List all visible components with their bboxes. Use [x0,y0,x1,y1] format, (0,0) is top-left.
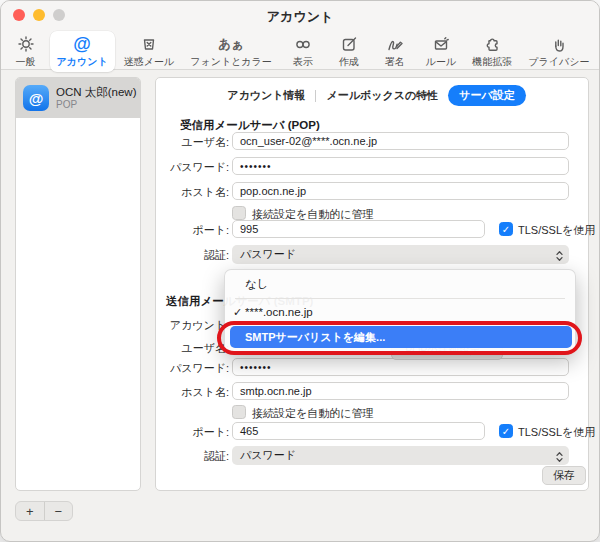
checkmark-icon: ✓ [233,301,242,323]
outgoing-auto-manage-checkbox[interactable] [232,405,246,419]
incoming-port-field[interactable]: 995 [232,220,485,238]
incoming-host-field[interactable]: pop.ocn.ne.jp [232,182,569,200]
outgoing-password-field[interactable]: ••••••• [232,358,569,376]
outgoing-port-field[interactable]: 465 [232,422,485,440]
incoming-auth-select[interactable]: パスワード [232,245,569,264]
tab-bar: アカウント情報 メールボックスの特性 サーバ設定 [156,85,588,106]
toolbar-item-signatures[interactable]: 署名 [373,31,417,72]
menu-separator [235,298,565,299]
toolbar-item-label: フォントとカラー [190,55,272,69]
toolbar-item-label: 表示 [293,55,313,69]
account-list-item[interactable]: @ OCN 太郎(new) POP [16,78,140,118]
incoming-auth-value: パスワード [240,248,296,260]
toolbar-item-label: アカウント [57,55,108,69]
incoming-auth-label: 認証: [156,248,229,263]
toolbar-item-accounts[interactable]: @ アカウント [50,31,115,72]
outgoing-auth-select[interactable]: パスワード [232,446,569,465]
outgoing-host-field[interactable]: smtp.ocn.ne.jp [232,382,569,400]
outgoing-host-label: ホスト名: [156,385,229,400]
fonts-icon: あぁ [218,33,244,55]
outgoing-tls-checkbox[interactable]: ✓ [499,424,513,438]
tab-account-info[interactable]: アカウント情報 [218,85,314,106]
menu-item-none[interactable]: なし [230,273,572,295]
toolbar-item-composing[interactable]: 作成 [327,31,371,72]
toolbar-item-label: プライバシー [528,55,589,69]
toolbar-item-label: 一般 [16,55,36,69]
updown-chevrons-icon [555,249,564,268]
incoming-password-label: パスワード: [156,160,229,175]
extensions-puzzle-icon [482,33,502,55]
outgoing-auto-manage-label: 接続設定を自動的に管理 [252,406,374,421]
toolbar-item-fonts-colors[interactable]: あぁ フォントとカラー [183,31,279,72]
save-button[interactable]: 保存 [542,466,586,485]
incoming-username-label: ユーザ名: [156,135,229,150]
toolbar-item-label: 署名 [385,55,405,69]
toolbar-item-extensions[interactable]: 機能拡張 [465,31,519,72]
title-bar: アカウント [1,1,599,29]
window-title: アカウント [1,8,599,26]
account-at-icon: @ [23,85,49,111]
account-name: OCN 太郎(new) [56,85,137,99]
remove-account-button[interactable]: − [44,502,73,520]
mail-accounts-preferences-window: アカウント 一般 @ アカウント 迷惑メール あぁ フォントとカラー [0,0,600,542]
incoming-password-field[interactable]: ••••••• [232,157,569,175]
toolbar-item-label: ルール [426,55,456,69]
toolbar-item-junk-mail[interactable]: 迷惑メール [117,31,181,72]
toolbar-item-rules[interactable]: ルール [419,31,463,72]
incoming-tls-checkbox[interactable]: ✓ [499,222,513,236]
tab-mailbox-behaviors[interactable]: メールボックスの特性 [317,85,447,106]
junk-bin-icon [139,33,159,55]
privacy-hand-icon [549,33,569,55]
outgoing-tls-label: TLS/SSLを使用 [518,425,595,440]
account-type: POP [56,99,137,111]
add-account-button[interactable]: + [16,502,44,520]
incoming-server-header: 受信用メールサーバ (POP) [180,118,320,133]
toolbar-item-label: 迷惑メール [124,55,174,69]
signature-icon [385,33,405,55]
menu-item-ocn-server[interactable]: ✓ ****.ocn.ne.jp [230,301,572,323]
outgoing-auth-value: パスワード [240,449,296,461]
add-remove-account-control: + − [15,501,73,521]
incoming-host-label: ホスト名: [156,185,229,200]
toolbar-item-general[interactable]: 一般 [4,31,48,72]
incoming-port-label: ポート: [156,223,229,238]
tab-server-settings[interactable]: サーバ設定 [448,85,526,106]
outgoing-auth-label: 認証: [156,449,229,464]
preferences-toolbar: 一般 @ アカウント 迷惑メール あぁ フォントとカラー 表示 作成 [1,29,599,70]
outgoing-port-label: ポート: [156,425,229,440]
compose-icon [339,33,359,55]
red-highlight-annotation [217,321,582,355]
outgoing-password-label: パスワード: [156,361,229,376]
viewing-glasses-icon [293,33,313,55]
incoming-tls-label: TLS/SSLを使用 [518,223,595,238]
toolbar-item-viewing[interactable]: 表示 [281,31,325,72]
gear-icon [16,33,36,55]
incoming-username-field[interactable]: ocn_user-02@****.ocn.ne.jp [232,132,569,150]
accounts-sidebar: @ OCN 太郎(new) POP [15,77,141,491]
incoming-auto-manage-checkbox[interactable] [232,206,246,220]
toolbar-item-label: 作成 [339,55,359,69]
toolbar-item-label: 機能拡張 [472,55,512,69]
at-icon: @ [73,33,91,55]
tab-divider [315,90,316,102]
rules-envelope-icon [431,33,451,55]
toolbar-item-privacy[interactable]: プライバシー [521,31,596,72]
